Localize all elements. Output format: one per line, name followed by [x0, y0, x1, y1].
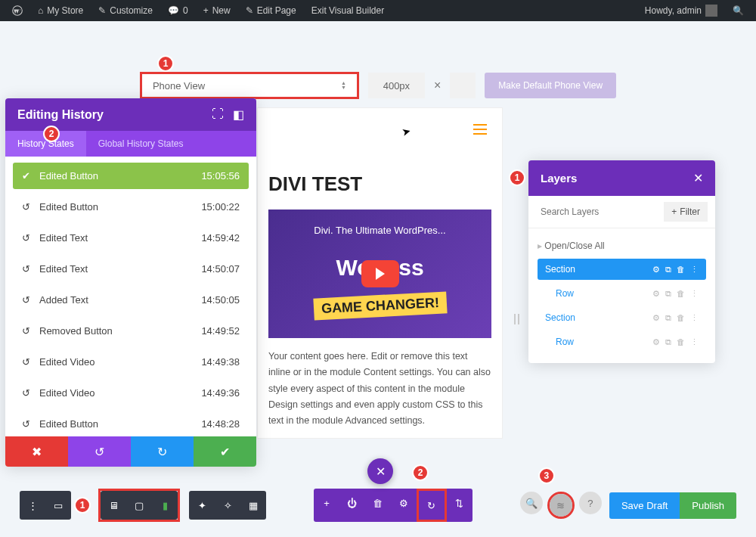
history-item[interactable]: ↺Edited Video14:49:36	[13, 380, 249, 406]
callout-1c: 1	[74, 497, 91, 514]
history-item[interactable]: ↺Removed Button14:49:52	[13, 318, 249, 344]
history-item[interactable]: ✔Edited Button15:05:56	[13, 163, 249, 189]
save-draft-button[interactable]: Save Draft	[609, 492, 680, 519]
trash-icon[interactable]: 🗑	[677, 313, 685, 323]
layers-title: Layers	[541, 172, 577, 185]
tablet-icon[interactable]: ▢	[126, 491, 152, 520]
resize-handle[interactable]	[514, 314, 519, 324]
add-icon[interactable]: +	[314, 489, 339, 517]
trash-icon[interactable]: 🗑	[365, 489, 391, 517]
close-icon[interactable]: ✕	[693, 171, 703, 185]
menu-icon[interactable]: ⋮	[20, 491, 45, 520]
site-link[interactable]: ⌂My Store	[32, 5, 89, 16]
history-item[interactable]: ↺Edited Text14:59:42	[13, 225, 249, 251]
callout-1: 1	[157, 55, 174, 72]
snap-icon[interactable]: ◧	[233, 107, 244, 122]
gear-icon[interactable]: ⚙	[391, 489, 417, 517]
redo-button[interactable]: ↻	[131, 436, 194, 467]
callout-3: 3	[538, 467, 555, 484]
grid-icon[interactable]: ▦	[240, 491, 266, 520]
wp-logo[interactable]	[6, 5, 29, 16]
page-title: DIVI TEST	[268, 172, 491, 196]
undo-icon: ↺	[22, 325, 30, 337]
edit-page-link[interactable]: ✎Edit Page	[240, 5, 302, 16]
more-icon[interactable]: ⋮	[690, 337, 699, 347]
view-select[interactable]: Phone View ▲▼	[140, 72, 359, 99]
make-default-button[interactable]: Make Default Phone View	[485, 73, 616, 98]
gear-icon[interactable]: ⚙	[652, 337, 660, 347]
desktop-icon[interactable]: 🖥	[101, 491, 126, 520]
search-input[interactable]	[536, 202, 659, 222]
exit-builder-link[interactable]: Exit Visual Builder	[305, 5, 391, 16]
fullscreen-icon[interactable]: ⛶	[212, 107, 224, 122]
layer-row[interactable]: Row ⚙⧉🗑⋮	[538, 283, 706, 304]
layer-section[interactable]: Section ⚙⧉🗑⋮	[538, 307, 706, 328]
video-module[interactable]: Divi. The Ultimate WordPres... Wo ress G…	[268, 210, 491, 338]
publish-button[interactable]: Publish	[680, 492, 736, 519]
more-icon[interactable]: ⋮	[690, 265, 699, 275]
gear-icon[interactable]: ⚙	[652, 265, 660, 275]
duplicate-icon[interactable]: ⧉	[665, 313, 671, 323]
zoom-icon[interactable]: ✦	[189, 491, 215, 520]
builder-bottom-bar: ⋮ ▭ 1 🖥 ▢ ▮ ✦ ✧ ▦ 2 + ⏻ 🗑 ⚙ ↻ ⇅	[0, 489, 756, 522]
layers-panel: Layers ✕ +Filter ▸ Open/Close All Sectio…	[528, 160, 715, 363]
width-input[interactable]	[368, 73, 425, 98]
close-fab[interactable]: ✕	[367, 458, 393, 484]
clear-width-icon[interactable]: ×	[431, 79, 444, 92]
history-icon[interactable]: ↻	[419, 491, 445, 520]
close-button[interactable]: ✖	[5, 436, 68, 467]
color-swatch[interactable]	[450, 73, 476, 98]
toggle-all[interactable]: ▸ Open/Close All	[538, 236, 706, 256]
history-item[interactable]: ↺Edited Button15:00:22	[13, 194, 249, 220]
undo-button[interactable]: ↺	[68, 436, 131, 467]
user-greeting[interactable]: Howdy, admin	[639, 5, 723, 17]
trash-icon[interactable]: 🗑	[677, 265, 685, 275]
filter-button[interactable]: +Filter	[664, 202, 708, 222]
undo-icon: ↺	[22, 232, 30, 244]
undo-icon: ↺	[22, 263, 30, 275]
layers-icon[interactable]: ≋	[550, 494, 572, 517]
power-icon[interactable]: ⏻	[339, 489, 365, 517]
wp-admin-bar: ⌂My Store ✎Customize 💬0 +New ✎Edit Page …	[0, 0, 756, 21]
video-caption: Divi. The Ultimate WordPres...	[268, 225, 491, 236]
customize-link[interactable]: ✎Customize	[92, 5, 159, 16]
comments-link[interactable]: 💬0	[162, 5, 194, 16]
layer-row[interactable]: Row ⚙⧉🗑⋮	[538, 331, 706, 352]
select-arrows-icon: ▲▼	[341, 81, 346, 90]
avatar	[705, 5, 717, 17]
text-module[interactable]: Your content goes here. Edit or remove t…	[268, 349, 491, 429]
duplicate-icon[interactable]: ⧉	[665, 337, 671, 347]
history-header: Editing History ⛶ ◧	[5, 98, 256, 131]
wireframe-icon[interactable]: ▭	[45, 491, 71, 520]
layers-search-row: +Filter	[528, 196, 715, 228]
gear-icon[interactable]: ⚙	[652, 289, 660, 299]
confirm-button[interactable]: ✔	[194, 436, 256, 467]
menu-icon[interactable]	[473, 124, 487, 135]
phone-icon[interactable]: ▮	[152, 491, 178, 520]
history-item[interactable]: ↺Edited Text14:50:07	[13, 256, 249, 282]
history-item[interactable]: ↺Edited Video14:49:38	[13, 349, 249, 375]
device-switcher: 🖥 ▢ ▮	[98, 489, 180, 522]
more-icon[interactable]: ⋮	[690, 313, 699, 323]
trash-icon[interactable]: 🗑	[677, 289, 685, 299]
new-link[interactable]: +New	[197, 5, 237, 16]
history-panel: Editing History ⛶ ◧ History States Globa…	[5, 98, 256, 467]
history-item[interactable]: ↺Edited Button14:48:28	[13, 411, 249, 436]
history-item[interactable]: ↺Added Text14:50:05	[13, 287, 249, 313]
hover-icon[interactable]: ✧	[215, 491, 240, 520]
duplicate-icon[interactable]: ⧉	[665, 265, 671, 275]
tab-global-states[interactable]: Global History States	[86, 131, 196, 157]
search-icon[interactable]: 🔍	[727, 5, 750, 16]
layer-section[interactable]: Section ⚙⧉🗑⋮	[538, 259, 706, 280]
play-icon[interactable]	[361, 260, 399, 287]
phone-preview: DIVI TEST Divi. The Ultimate WordPres...…	[257, 107, 503, 439]
gear-icon[interactable]: ⚙	[652, 313, 660, 323]
tune-icon[interactable]: ⇅	[447, 489, 472, 517]
help-icon[interactable]: ?	[579, 492, 602, 514]
history-title: Editing History	[17, 108, 104, 122]
video-banner: GAME CHANGER!	[313, 291, 447, 320]
trash-icon[interactable]: 🗑	[677, 337, 685, 347]
duplicate-icon[interactable]: ⧉	[665, 289, 671, 299]
search-icon[interactable]: 🔍	[520, 492, 543, 514]
more-icon[interactable]: ⋮	[690, 289, 699, 299]
